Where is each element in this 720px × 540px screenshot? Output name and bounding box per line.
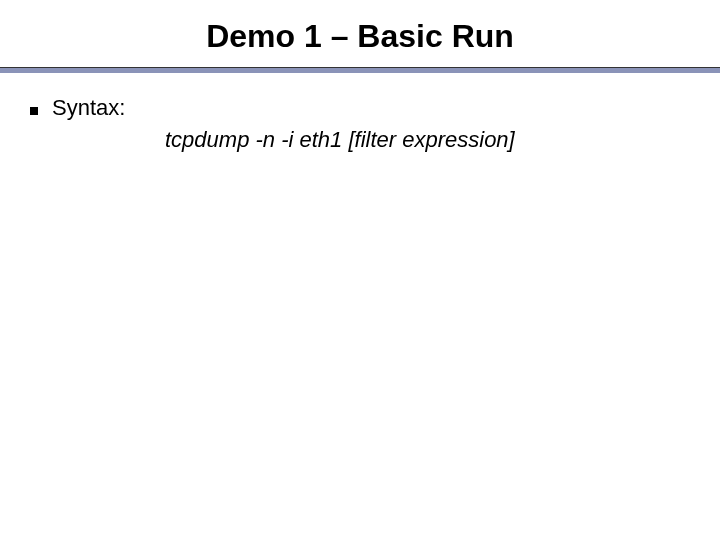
slide-container: Demo 1 – Basic Run Syntax: tcpdump -n -i… bbox=[0, 0, 720, 540]
slide-title: Demo 1 – Basic Run bbox=[0, 0, 720, 67]
bullet-line: Syntax: bbox=[30, 95, 720, 121]
square-bullet-icon bbox=[30, 107, 38, 115]
content-area: Syntax: tcpdump -n -i eth1 [filter expre… bbox=[0, 73, 720, 153]
bullet-label: Syntax: bbox=[52, 95, 125, 121]
command-text: tcpdump -n -i eth1 [filter expression] bbox=[30, 121, 720, 153]
